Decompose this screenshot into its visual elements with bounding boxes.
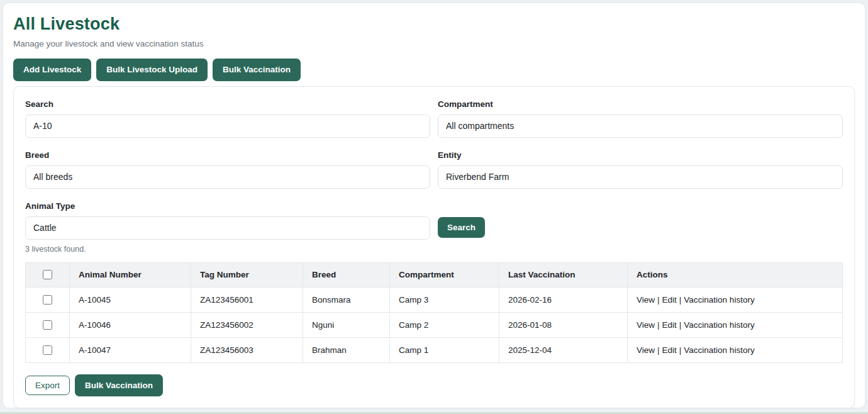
view-link[interactable]: View xyxy=(637,320,655,330)
view-link[interactable]: View xyxy=(637,345,655,355)
cell-tag-number: ZA123456003 xyxy=(191,337,303,362)
page-title: All Livestock xyxy=(13,14,855,34)
result-count-text: 3 livestock found. xyxy=(25,245,843,254)
search-button-cell: Search xyxy=(438,201,843,240)
compartment-label: Compartment xyxy=(438,99,843,109)
action-separator: | xyxy=(677,295,684,305)
compartment-field-group: Compartment xyxy=(438,99,843,138)
vaccination-history-link[interactable]: Vaccination history xyxy=(684,295,754,305)
livestock-table: Animal Number Tag Number Breed Compartme… xyxy=(25,262,843,363)
row-select-checkbox[interactable] xyxy=(43,320,52,330)
entity-field-group: Entity xyxy=(438,150,843,189)
cell-animal-number: A-10045 xyxy=(70,287,191,312)
cell-compartment: Camp 2 xyxy=(390,312,499,337)
cell-actions: View|Edit|Vaccination history xyxy=(628,312,843,337)
column-header-last-vaccination: Last Vaccination xyxy=(499,262,628,287)
edit-link[interactable]: Edit xyxy=(662,295,677,305)
export-button[interactable]: Export xyxy=(25,376,70,396)
entity-label: Entity xyxy=(438,150,843,160)
cell-actions: View|Edit|Vaccination history xyxy=(628,287,843,312)
bulk-livestock-upload-button[interactable]: Bulk Livestock Upload xyxy=(96,59,208,81)
cell-breed: Brahman xyxy=(303,337,390,362)
filter-and-results-card: Search Compartment Breed Entity Animal T… xyxy=(13,86,855,409)
table-footer-actions: Export Bulk Vaccination xyxy=(25,374,843,397)
footer-bulk-vaccination-button[interactable]: Bulk Vaccination xyxy=(75,374,163,397)
bulk-vaccination-button[interactable]: Bulk Vaccination xyxy=(213,59,301,81)
search-input[interactable] xyxy=(25,115,430,138)
header-action-bar: Add Livestock Bulk Livestock Upload Bulk… xyxy=(13,59,855,81)
cell-tag-number: ZA123456001 xyxy=(191,287,303,312)
table-header-row: Animal Number Tag Number Breed Compartme… xyxy=(26,262,843,287)
cell-actions: View|Edit|Vaccination history xyxy=(628,337,843,362)
cell-breed: Nguni xyxy=(303,312,390,337)
cell-breed: Bonsmara xyxy=(303,287,390,312)
cell-last-vaccination: 2025-12-04 xyxy=(499,337,628,362)
action-separator: | xyxy=(677,320,684,330)
page-container: All Livestock Manage your livestock and … xyxy=(3,3,865,408)
vaccination-history-link[interactable]: Vaccination history xyxy=(684,320,754,330)
table-row: A-10047 ZA123456003 Brahman Camp 1 2025-… xyxy=(26,337,843,362)
action-separator: | xyxy=(677,345,684,355)
action-separator: | xyxy=(655,320,662,330)
column-header-tag-number: Tag Number xyxy=(191,262,303,287)
search-field-group: Search xyxy=(25,99,430,138)
add-livestock-button[interactable]: Add Livestock xyxy=(13,59,91,81)
cell-animal-number: A-10047 xyxy=(70,337,191,362)
table-row: A-10045 ZA123456001 Bonsmara Camp 3 2026… xyxy=(26,287,843,312)
column-header-animal-number: Animal Number xyxy=(70,262,191,287)
search-label: Search xyxy=(25,99,430,109)
column-header-actions: Actions xyxy=(628,262,843,287)
breed-select[interactable] xyxy=(25,165,430,189)
compartment-select[interactable] xyxy=(438,115,843,138)
entity-select[interactable] xyxy=(438,165,843,189)
cell-tag-number: ZA123456002 xyxy=(191,312,303,337)
action-separator: | xyxy=(655,295,662,305)
view-link[interactable]: View xyxy=(637,295,655,305)
animal-type-select[interactable] xyxy=(25,216,430,240)
animal-type-label: Animal Type xyxy=(25,201,430,211)
cell-last-vaccination: 2026-01-08 xyxy=(499,312,628,337)
cell-animal-number: A-10046 xyxy=(70,312,191,337)
select-all-header-cell xyxy=(26,262,70,287)
column-header-compartment: Compartment xyxy=(390,262,499,287)
filter-search-button[interactable]: Search xyxy=(438,217,485,238)
table-row: A-10046 ZA123456002 Nguni Camp 2 2026-01… xyxy=(26,312,843,337)
select-all-checkbox[interactable] xyxy=(43,270,52,279)
vaccination-history-link[interactable]: Vaccination history xyxy=(684,345,754,355)
column-header-breed: Breed xyxy=(303,262,390,287)
page-subtitle: Manage your livestock and view vaccinati… xyxy=(13,39,855,48)
animal-type-field-group: Animal Type xyxy=(25,201,430,240)
filter-grid: Search Compartment Breed Entity Animal T… xyxy=(25,99,843,240)
edit-link[interactable]: Edit xyxy=(662,345,677,355)
row-select-checkbox[interactable] xyxy=(43,295,52,305)
cell-compartment: Camp 3 xyxy=(390,287,499,312)
breed-label: Breed xyxy=(25,150,430,160)
breed-field-group: Breed xyxy=(25,150,430,189)
cell-last-vaccination: 2026-02-16 xyxy=(499,287,628,312)
cell-compartment: Camp 1 xyxy=(390,337,499,362)
action-separator: | xyxy=(655,345,662,355)
row-select-checkbox[interactable] xyxy=(43,345,52,355)
edit-link[interactable]: Edit xyxy=(662,320,677,330)
